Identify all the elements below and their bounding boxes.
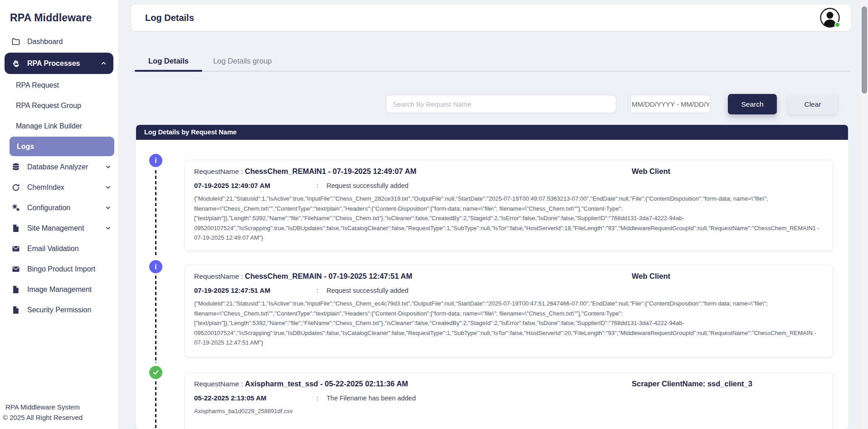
main-content: Log Details Log Details Log Details grou…: [118, 0, 868, 429]
database-icon: [11, 163, 20, 172]
sidebar-item-label: Configuration: [27, 204, 70, 212]
clear-button[interactable]: Clear: [788, 95, 837, 114]
log-message: Request successfully added: [327, 287, 409, 294]
log-message: Request successfully added: [327, 182, 409, 189]
section-header: Log Details by Request Name: [136, 125, 848, 140]
sidebar-item-label: Bingo Product Import: [27, 265, 95, 273]
page-title: Log Details: [145, 13, 194, 23]
log-timestamp: 07-19-2025 12:49:07 AM: [194, 182, 317, 189]
sidebar-item-label: Image Management: [27, 286, 92, 294]
page-header: Log Details: [132, 5, 851, 31]
sidebar-item-rpa-processes[interactable]: RPA Processes: [5, 53, 113, 74]
footer-system-name: RPA Middleware System: [3, 402, 83, 412]
sidebar-item-rpa-request-group[interactable]: RPA Request Group: [0, 95, 118, 116]
separator: :: [317, 287, 327, 294]
footer-copyright: © 2025 All Right Reserved: [3, 412, 83, 423]
sidebar-item-rpa-request[interactable]: RPA Request: [0, 75, 118, 95]
request-name-value: ChessChem_REMAIN - 07-19-2025 12:47:51 A…: [245, 272, 412, 280]
info-icon: i: [149, 260, 162, 273]
log-message: The Filename has been added: [327, 394, 416, 402]
sidebar-item-label: ChemIndex: [27, 183, 64, 192]
sidebar-item-site-management[interactable]: Site Management: [0, 218, 118, 238]
app-title: RPA Middleware: [0, 0, 118, 31]
info-icon: i: [149, 154, 162, 167]
chevron-down-icon: [105, 225, 112, 232]
sidebar: RPA Middleware Dashboard RPA Processes R: [0, 0, 118, 429]
refresh-icon: [11, 183, 20, 192]
chevron-down-icon: [105, 163, 112, 170]
sidebar-item-label: Dashboard: [27, 38, 63, 46]
timeline-connector: [155, 381, 156, 429]
sidebar-item-label: Logs: [17, 143, 34, 151]
sidebar-item-configuration[interactable]: Configuration: [0, 197, 118, 218]
hand-icon: [11, 59, 20, 68]
sidebar-item-label: RPA Request: [16, 81, 59, 89]
request-name-value: ChessChem_REMAIN1 - 07-19-2025 12:49:07 …: [245, 167, 416, 175]
request-name-label: RequestName :: [194, 272, 243, 280]
date-range-input[interactable]: [630, 95, 711, 113]
mail-icon: [11, 244, 20, 253]
tab-log-details[interactable]: Log Details: [135, 51, 202, 71]
sidebar-item-manage-link-builder[interactable]: Manage Link Builder: [0, 116, 118, 136]
sidebar-item-dashboard[interactable]: Dashboard: [0, 31, 118, 52]
sidebar-item-label: RPA Processes: [27, 59, 80, 68]
log-entry-card: RequestName : Axispharm_test_ssd - 05-22…: [185, 372, 833, 429]
file-icon: [11, 224, 20, 233]
file-icon: [11, 285, 20, 294]
request-name-label: RequestName :: [194, 168, 243, 175]
request-name-label: RequestName :: [194, 380, 243, 388]
log-filename: Axispharms_ba1d0229_258891df.csv: [194, 406, 824, 416]
sidebar-item-chemindex[interactable]: ChemIndex: [0, 177, 118, 197]
sidebar-item-label: Database Analyzer: [27, 163, 88, 171]
chevron-up-icon: [100, 60, 107, 67]
tab-log-details-group[interactable]: Log Details group: [202, 51, 283, 71]
search-button[interactable]: Search: [728, 94, 777, 114]
log-timestamp: 07-19-2025 12:47:51 AM: [194, 286, 317, 294]
sidebar-item-logs[interactable]: Logs: [10, 137, 114, 156]
gears-icon: [11, 203, 20, 212]
sidebar-item-label: Email Validation: [27, 245, 79, 253]
online-status-dot: [834, 22, 840, 28]
sidebar-item-security-permission[interactable]: Security Permission: [0, 300, 118, 320]
separator: :: [317, 394, 327, 402]
chevron-down-icon: [105, 204, 112, 211]
mail-icon: [11, 265, 20, 274]
sidebar-item-label: Manage Link Builder: [16, 122, 82, 130]
sidebar-item-label: Site Management: [27, 224, 84, 232]
chevron-down-icon: [105, 184, 112, 191]
sidebar-footer: RPA Middleware System © 2025 All Right R…: [3, 402, 83, 423]
folder-icon: [11, 37, 20, 46]
client-label: Web Client: [632, 167, 670, 176]
sidebar-item-label: Security Permission: [27, 306, 91, 314]
sidebar-item-label: RPA Request Group: [16, 102, 81, 110]
sidebar-nav: Dashboard RPA Processes RPA Request RPA …: [0, 31, 118, 320]
sidebar-item-bingo-product-import[interactable]: Bingo Product Import: [0, 259, 118, 279]
filter-row: Search Clear: [118, 94, 851, 117]
check-icon: [149, 366, 162, 379]
scrollbar-track[interactable]: [860, 0, 868, 429]
sidebar-item-email-validation[interactable]: Email Validation: [0, 238, 118, 259]
log-details-json: {"ModuleId":21,"StatusId":1,"IsActive":t…: [194, 194, 824, 243]
client-label: Web Client: [632, 272, 670, 281]
scrollbar-thumb[interactable]: [862, 6, 867, 94]
timeline-connector: [155, 276, 156, 363]
timeline-connector: [155, 170, 156, 257]
avatar[interactable]: [820, 8, 840, 28]
separator: :: [317, 182, 327, 189]
tab-bar: Log Details Log Details group: [132, 51, 851, 72]
sidebar-item-database-analyzer[interactable]: Database Analyzer: [0, 157, 118, 177]
search-input[interactable]: [386, 95, 616, 113]
log-entry-card: RequestName : ChessChem_REMAIN - 07-19-2…: [185, 265, 833, 357]
log-entry-card: RequestName : ChessChem_REMAIN1 - 07-19-…: [185, 160, 833, 251]
client-label: Scraper ClientName: ssd_client_3: [632, 380, 752, 388]
log-list-panel: i i RequestName : ChessChem_REMAIN1 - 07…: [136, 140, 848, 429]
log-timestamp: 05-22-2025 2:13:05 AM: [194, 394, 317, 402]
sidebar-item-image-management[interactable]: Image Management: [0, 279, 118, 300]
log-details-json: {"ModuleId":21,"StatusId":1,"IsActive":t…: [194, 299, 824, 348]
request-name-value: Axispharm_test_ssd - 05-22-2025 02:11:36…: [245, 380, 408, 388]
file-icon: [11, 306, 20, 315]
